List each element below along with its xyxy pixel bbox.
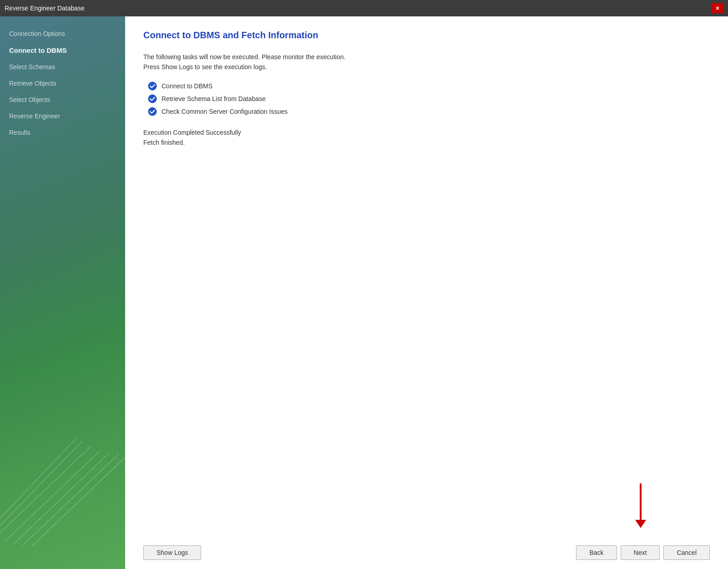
task-label-3: Check Common Server Configuration Issues	[162, 108, 288, 115]
svg-point-8	[148, 95, 157, 103]
decorative-lines	[0, 410, 125, 546]
sidebar-item-connect-to-dbms[interactable]: Connect to DBMS	[0, 42, 125, 59]
title-bar: Reverse Engineer Database ×	[0, 0, 728, 16]
svg-point-7	[148, 82, 157, 90]
sidebar-item-reverse-engineer[interactable]: Reverse Engineer	[0, 108, 125, 124]
description-line2: Press Show Logs to see the execution log…	[143, 63, 267, 71]
description-text: The following tasks will now be executed…	[143, 52, 710, 72]
sidebar-item-retrieve-objects[interactable]: Retrieve Objects	[0, 75, 125, 91]
task-item-1: Connect to DBMS	[148, 81, 710, 91]
svg-line-1	[5, 451, 100, 542]
footer-area: Show Logs Back Next Cancel	[143, 536, 710, 560]
status-fetch: Fetch finished.	[143, 139, 710, 146]
sidebar-item-select-objects[interactable]: Select Objects	[0, 91, 125, 108]
main-window: Connection Options Connect to DBMS Selec…	[0, 16, 728, 569]
sidebar-item-results[interactable]: Results	[0, 124, 125, 141]
check-icon-2	[148, 94, 157, 103]
arrow-shaft	[640, 483, 642, 520]
right-button-group: Back Next Cancel	[576, 545, 710, 560]
svg-line-3	[23, 454, 118, 545]
task-list: Connect to DBMS Retrieve Schema List fro…	[143, 81, 710, 120]
task-label-1: Connect to DBMS	[162, 82, 212, 90]
back-button[interactable]: Back	[576, 545, 617, 560]
sidebar: Connection Options Connect to DBMS Selec…	[0, 16, 125, 569]
content-title: Connect to DBMS and Fetch Information	[143, 30, 710, 41]
task-item-2: Retrieve Schema List from Database	[148, 94, 710, 103]
check-icon-1	[148, 81, 157, 91]
description-line1: The following tasks will now be executed…	[143, 53, 345, 61]
show-logs-button[interactable]: Show Logs	[143, 545, 201, 560]
cancel-button[interactable]: Cancel	[663, 545, 710, 560]
window-title: Reverse Engineer Database	[5, 5, 85, 12]
arrow-indicator	[635, 483, 646, 528]
status-execution: Execution Completed Successfully	[143, 129, 710, 136]
svg-line-5	[0, 442, 82, 533]
task-item-3: Check Common Server Configuration Issues	[148, 107, 710, 116]
content-area: Connect to DBMS and Fetch Information Th…	[125, 16, 728, 569]
svg-line-2	[14, 453, 109, 544]
sidebar-item-connection-options[interactable]: Connection Options	[0, 25, 125, 42]
next-button[interactable]: Next	[621, 545, 660, 560]
task-label-2: Retrieve Schema List from Database	[162, 95, 266, 102]
close-button[interactable]: ×	[712, 3, 723, 13]
svg-point-9	[148, 107, 157, 116]
arrow-head	[635, 520, 646, 528]
svg-line-4	[32, 455, 125, 546]
check-icon-3	[148, 107, 157, 116]
sidebar-item-select-schemas[interactable]: Select Schemas	[0, 59, 125, 75]
